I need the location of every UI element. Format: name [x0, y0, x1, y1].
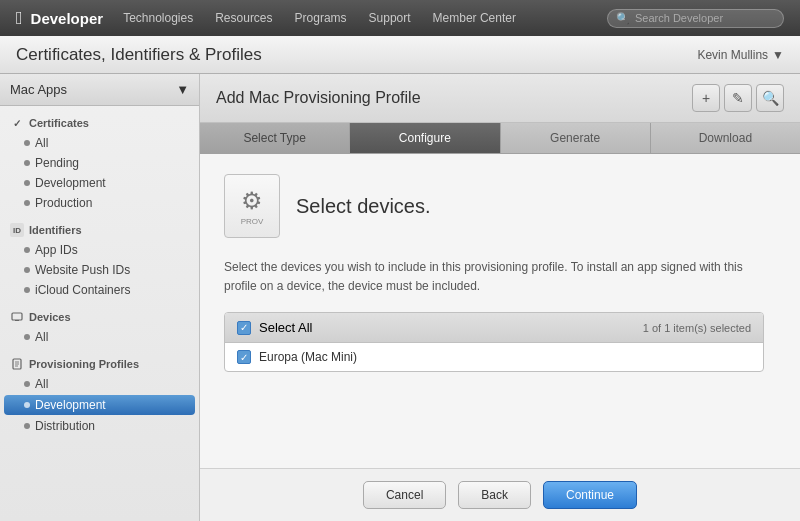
- sidebar-item-website-push-ids[interactable]: Website Push IDs: [0, 260, 199, 280]
- dropdown-label: Mac Apps: [10, 82, 67, 97]
- table-status: 1 of 1 item(s) selected: [643, 322, 751, 334]
- devices-label: Devices: [29, 311, 71, 323]
- nav-member-center[interactable]: Member Center: [433, 11, 516, 25]
- cancel-button[interactable]: Cancel: [363, 481, 446, 509]
- sidebar-item-profiles-all[interactable]: All: [0, 374, 199, 394]
- svg-rect-0: [12, 313, 22, 320]
- search-box[interactable]: 🔍: [607, 9, 784, 28]
- nav-resources[interactable]: Resources: [215, 11, 272, 25]
- device-name: Europa (Mac Mini): [259, 350, 357, 364]
- identifiers-icon: ID: [10, 223, 24, 237]
- app-type-dropdown[interactable]: Mac Apps ▼: [0, 74, 199, 106]
- sidebar-item-profiles-distribution[interactable]: Distribution: [0, 416, 199, 436]
- chevron-down-icon: ▼: [176, 82, 189, 97]
- nav-programs[interactable]: Programs: [295, 11, 347, 25]
- footer-buttons: Cancel Back Continue: [200, 468, 800, 521]
- apple-icon: : [16, 8, 23, 29]
- sidebar-item-icloud-containers[interactable]: iCloud Containers: [0, 280, 199, 300]
- gear-icon: ⚙: [241, 187, 263, 215]
- search-input[interactable]: [635, 12, 775, 24]
- sidebar-item-profiles-development[interactable]: Development: [4, 395, 195, 415]
- logo[interactable]:  Developer: [16, 8, 103, 29]
- bullet-icon: [24, 267, 30, 273]
- step-generate[interactable]: Generate: [501, 123, 651, 153]
- content-title: Add Mac Provisioning Profile: [216, 89, 421, 107]
- header-buttons: + ✎ 🔍: [692, 84, 784, 112]
- sidebar-item-cert-development[interactable]: Development: [0, 173, 199, 193]
- bullet-icon: [24, 180, 30, 186]
- svg-rect-1: [15, 320, 19, 321]
- sidebar-item-app-ids[interactable]: App IDs: [0, 240, 199, 260]
- certificates-section: ✓ Certificates: [0, 106, 199, 133]
- select-all-row[interactable]: ✓ Select All: [237, 320, 312, 335]
- select-all-label: Select All: [259, 320, 312, 335]
- search-icon: 🔍: [616, 12, 630, 25]
- content-header: Add Mac Provisioning Profile + ✎ 🔍: [200, 74, 800, 123]
- select-all-checkbox[interactable]: ✓: [237, 321, 251, 335]
- username: Kevin Mullins: [697, 48, 768, 62]
- main-layout: Mac Apps ▼ ✓ Certificates All Pending De…: [0, 74, 800, 521]
- nav-support[interactable]: Support: [369, 11, 411, 25]
- sidebar-item-devices-all[interactable]: All: [0, 327, 199, 347]
- devices-icon: [10, 310, 24, 324]
- provisioning-label: Provisioning Profiles: [29, 358, 139, 370]
- identifiers-section: ID Identifiers: [0, 213, 199, 240]
- page-main-title: Select devices.: [296, 195, 431, 218]
- sidebar-item-cert-pending[interactable]: Pending: [0, 153, 199, 173]
- bullet-icon: [24, 247, 30, 253]
- bullet-icon: [24, 200, 30, 206]
- certificates-icon: ✓: [10, 116, 24, 130]
- provisioning-section: Provisioning Profiles: [0, 347, 199, 374]
- step-configure[interactable]: Configure: [350, 123, 500, 153]
- nav-technologies[interactable]: Technologies: [123, 11, 193, 25]
- device-checkbox[interactable]: ✓: [237, 350, 251, 364]
- provisioning-icon: [10, 357, 24, 371]
- add-button[interactable]: +: [692, 84, 720, 112]
- bullet-icon: [24, 287, 30, 293]
- top-nav:  Developer Technologies Resources Progr…: [0, 0, 800, 36]
- user-menu[interactable]: Kevin Mullins ▼: [697, 48, 784, 62]
- device-table: ✓ Select All 1 of 1 item(s) selected ✓ E…: [224, 312, 764, 372]
- bullet-icon: [24, 334, 30, 340]
- sidebar: Mac Apps ▼ ✓ Certificates All Pending De…: [0, 74, 200, 521]
- nav-links: Technologies Resources Programs Support …: [123, 11, 607, 25]
- devices-section: Devices: [0, 300, 199, 327]
- content-area: Add Mac Provisioning Profile + ✎ 🔍 Selec…: [200, 74, 800, 521]
- step-download[interactable]: Download: [651, 123, 800, 153]
- sidebar-item-cert-production[interactable]: Production: [0, 193, 199, 213]
- description-text: Select the devices you wish to include i…: [224, 258, 744, 296]
- prov-file-icon: ⚙ PROV: [224, 174, 280, 238]
- sub-header: Certificates, Identifiers & Profiles Kev…: [0, 36, 800, 74]
- bullet-icon: [24, 423, 30, 429]
- back-button[interactable]: Back: [458, 481, 531, 509]
- table-header-row: ✓ Select All 1 of 1 item(s) selected: [225, 313, 763, 343]
- bullet-icon: [24, 381, 30, 387]
- logo-text: Developer: [31, 10, 104, 27]
- page-title: Certificates, Identifiers & Profiles: [16, 45, 262, 65]
- content-body: ⚙ PROV Select devices. Select the device…: [200, 154, 800, 468]
- search-button[interactable]: 🔍: [756, 84, 784, 112]
- bullet-icon: [24, 160, 30, 166]
- certificates-label: Certificates: [29, 117, 89, 129]
- user-chevron-icon: ▼: [772, 48, 784, 62]
- continue-button[interactable]: Continue: [543, 481, 637, 509]
- bullet-icon: [24, 140, 30, 146]
- step-select-type[interactable]: Select Type: [200, 123, 350, 153]
- table-row[interactable]: ✓ Europa (Mac Mini): [225, 343, 763, 371]
- bullet-icon: [24, 402, 30, 408]
- edit-button[interactable]: ✎: [724, 84, 752, 112]
- sidebar-item-cert-all[interactable]: All: [0, 133, 199, 153]
- steps-bar: Select Type Configure Generate Download: [200, 123, 800, 154]
- page-header-row: ⚙ PROV Select devices.: [224, 174, 776, 238]
- prov-icon-label: PROV: [241, 217, 264, 226]
- identifiers-label: Identifiers: [29, 224, 82, 236]
